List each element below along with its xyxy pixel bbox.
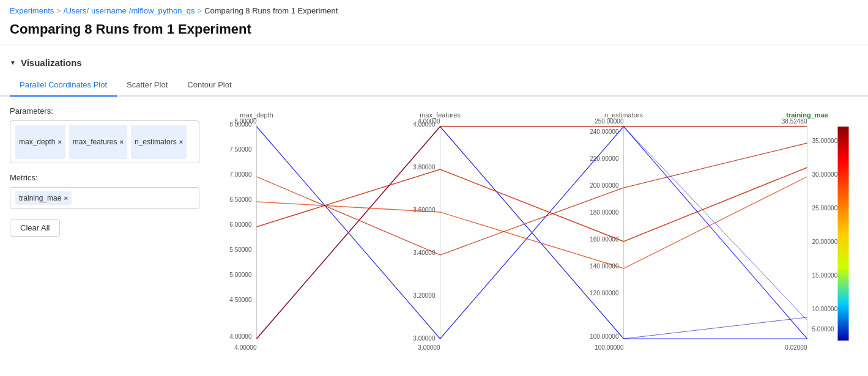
tick-max-depth-55: 5.50000 — [229, 246, 252, 253]
tick-max-depth-6: 6.00000 — [229, 221, 252, 228]
axis-top-nest: 250.00000 — [595, 118, 624, 125]
axis-top-max-depth: 8.00000 — [234, 118, 257, 125]
main-content: Parameters: max_depth × max_features × n… — [0, 106, 868, 365]
colorbar — [838, 127, 849, 341]
tick-mae-35: 35.00000 — [812, 138, 838, 144]
data-line-8 — [257, 143, 807, 255]
metrics-tag-box: training_mae × — [10, 187, 199, 209]
tick-nest-120: 120.00000 — [590, 290, 619, 297]
axis-bot-max-feat: 3.00000 — [418, 344, 440, 351]
tag-training-mae-label: training_mae — [19, 194, 61, 202]
page-title: Comparing 8 Runs from 1 Experiment — [0, 19, 868, 45]
tick-max-depth-65: 6.50000 — [229, 196, 252, 203]
tab-contour-plot[interactable]: Contour Plot — [177, 75, 241, 97]
axis-bot-max-depth: 4.00000 — [234, 344, 257, 351]
tag-n-estimators-label: n_estimators — [135, 138, 177, 146]
tick-max-depth-45: 4.50000 — [229, 297, 252, 303]
parameters-label: Parameters: — [10, 106, 199, 116]
breadcrumb-username[interactable]: username — [91, 6, 127, 15]
chart-area: max_depth max_features n_estimators trai… — [199, 106, 858, 365]
tag-training-mae[interactable]: training_mae × — [15, 191, 72, 205]
tick-nest-240: 240.00000 — [590, 128, 619, 135]
tag-n-estimators-close[interactable]: × — [179, 138, 183, 146]
left-panel: Parameters: max_depth × max_features × n… — [10, 106, 199, 365]
breadcrumb-mlflow[interactable]: /mlflow_python_qs — [129, 6, 195, 15]
tick-mae-15: 15.00000 — [812, 272, 838, 279]
visualizations-header[interactable]: ▼ Visualizations — [0, 55, 868, 75]
tick-max-depth-7: 7.00000 — [229, 171, 252, 178]
tabs-container: Parallel Coordinates Plot Scatter Plot C… — [0, 75, 868, 97]
tick-mae-10: 10.00000 — [812, 306, 838, 312]
tag-max-features-label: max_features — [73, 138, 117, 146]
tick-nest-160: 160.00000 — [590, 236, 619, 243]
parallel-coordinates-chart: max_depth max_features n_estimators trai… — [199, 106, 858, 363]
breadcrumb-users[interactable]: /Users/ — [64, 6, 89, 15]
horizontal-divider — [0, 45, 868, 45]
tag-max-features[interactable]: max_features × — [69, 125, 127, 159]
axis-top-max-feat: 4.00000 — [418, 118, 440, 125]
tick-max-feat-38: 3.80000 — [413, 164, 436, 171]
tick-nest-180: 180.00000 — [590, 209, 619, 216]
metrics-label: Metrics: — [10, 173, 199, 182]
data-line-5 — [257, 168, 807, 241]
tick-mae-30: 30.00000 — [812, 171, 838, 178]
tick-max-feat-34: 3.40000 — [413, 249, 436, 256]
tag-max-depth[interactable]: max_depth × — [15, 125, 65, 159]
tab-scatter-plot[interactable]: Scatter Plot — [117, 75, 177, 97]
tick-mae-25: 25.00000 — [812, 205, 838, 212]
axis-top-mae: 38.52480 — [782, 118, 807, 125]
tag-max-features-close[interactable]: × — [120, 138, 124, 146]
axis-bot-nest: 100.00000 — [595, 344, 624, 351]
tag-training-mae-close[interactable]: × — [64, 194, 67, 202]
tick-max-depth-5: 5.00000 — [229, 271, 252, 278]
axis-bot-mae: 0.02000 — [785, 344, 807, 351]
tag-max-depth-close[interactable]: × — [57, 138, 61, 146]
breadcrumb-sep3: > — [198, 6, 202, 15]
tab-parallel-coordinates[interactable]: Parallel Coordinates Plot — [10, 75, 117, 97]
tick-max-depth-4: 4.00000 — [229, 333, 252, 340]
parameters-tag-box: max_depth × max_features × n_estimators … — [10, 120, 199, 163]
breadcrumb-sep1: > — [56, 6, 61, 15]
data-line-4 — [257, 127, 807, 339]
tick-nest-140: 140.00000 — [590, 263, 619, 270]
breadcrumb-current: Comparing 8 Runs from 1 Experiment — [204, 6, 338, 15]
breadcrumb: Experiments > /Users/ username /mlflow_p… — [0, 0, 868, 19]
tick-max-feat-3: 3.00000 — [413, 335, 436, 342]
tag-max-depth-label: max_depth — [19, 138, 55, 146]
breadcrumb-experiments[interactable]: Experiments — [10, 6, 54, 15]
tick-max-depth-75: 7.50000 — [229, 146, 252, 153]
tick-mae-5: 5.00000 — [812, 326, 835, 333]
tick-max-feat-32: 3.20000 — [413, 292, 436, 299]
tick-mae-20: 20.00000 — [812, 238, 838, 245]
tag-n-estimators[interactable]: n_estimators × — [131, 125, 187, 159]
tick-nest-100: 100.00000 — [590, 333, 619, 340]
chevron-down-icon: ▼ — [10, 59, 16, 66]
clear-all-button[interactable]: Clear All — [10, 219, 60, 237]
tick-nest-200: 200.00000 — [590, 182, 619, 189]
visualizations-label: Visualizations — [21, 57, 82, 68]
tick-max-feat-36: 3.60000 — [413, 207, 436, 213]
